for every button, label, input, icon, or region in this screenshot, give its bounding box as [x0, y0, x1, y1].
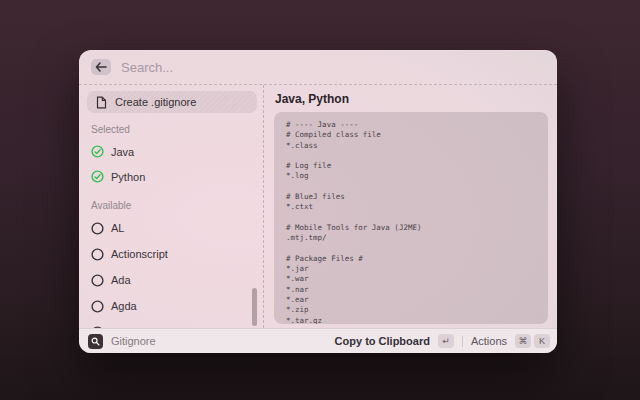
unchecked-circle-icon: [91, 300, 104, 313]
gitignore-code-preview[interactable]: # ---- Java ---- # Compiled class file *…: [274, 112, 548, 324]
sidebar-item-android[interactable]: Android: [79, 319, 263, 328]
command-key-badge: ⌘: [515, 334, 531, 348]
back-button[interactable]: [91, 59, 111, 75]
sidebar-item-java[interactable]: Java: [79, 139, 263, 164]
detail-title: Java, Python: [275, 92, 548, 106]
document-icon: [96, 96, 107, 109]
app-name-label: Gitignore: [111, 335, 156, 347]
action-bar: Gitignore Copy to Clipboard ↵ Actions ⌘ …: [79, 328, 557, 353]
sidebar-scrollbar-thumb[interactable]: [252, 288, 257, 326]
sidebar-item-create-gitignore[interactable]: Create .gitignore: [87, 91, 257, 113]
checked-circle-icon: [91, 170, 104, 183]
sidebar: Create .gitignore Selected Java Python A…: [79, 85, 263, 328]
actions-shortcut: ⌘ K: [515, 334, 550, 348]
search-input[interactable]: [121, 60, 545, 75]
unchecked-circle-icon: [91, 222, 104, 235]
sidebar-item-label: Agda: [111, 300, 137, 312]
sidebar-item-label: Python: [111, 171, 145, 183]
sidebar-item-label: AL: [111, 222, 124, 234]
back-arrow-icon: [95, 62, 107, 72]
footer-separator: [462, 336, 463, 347]
checked-circle-icon: [91, 145, 104, 158]
unchecked-circle-icon: [91, 274, 104, 287]
search-bar: [79, 50, 557, 85]
k-key-badge: K: [534, 334, 550, 348]
copy-to-clipboard-button[interactable]: Copy to Clipboard: [335, 335, 430, 347]
sidebar-item-al[interactable]: AL: [79, 215, 263, 241]
unchecked-circle-icon: [91, 248, 104, 261]
launcher-window: Create .gitignore Selected Java Python A…: [79, 50, 557, 353]
window-body: Create .gitignore Selected Java Python A…: [79, 85, 557, 328]
section-header-available: Available: [91, 200, 263, 212]
action-bar-right: Copy to Clipboard ↵ Actions ⌘ K: [335, 334, 550, 348]
sidebar-item-agda[interactable]: Agda: [79, 293, 263, 319]
sidebar-item-actionscript[interactable]: Actionscript: [79, 241, 263, 267]
sidebar-item-label: Java: [111, 146, 134, 158]
create-gitignore-label: Create .gitignore: [115, 96, 196, 108]
gitignore-app-icon: [88, 334, 103, 349]
sidebar-item-label: Actionscript: [111, 248, 168, 260]
actions-menu-button[interactable]: Actions: [471, 335, 507, 347]
desktop-background: Create .gitignore Selected Java Python A…: [0, 0, 640, 400]
action-bar-left: Gitignore: [88, 334, 156, 349]
section-header-selected: Selected: [91, 124, 263, 136]
sidebar-item-ada[interactable]: Ada: [79, 267, 263, 293]
detail-panel: Java, Python # ---- Java ---- # Compiled…: [264, 85, 557, 328]
sidebar-item-label: Ada: [111, 274, 131, 286]
sidebar-item-python[interactable]: Python: [79, 164, 263, 189]
enter-key-badge: ↵: [438, 334, 454, 348]
